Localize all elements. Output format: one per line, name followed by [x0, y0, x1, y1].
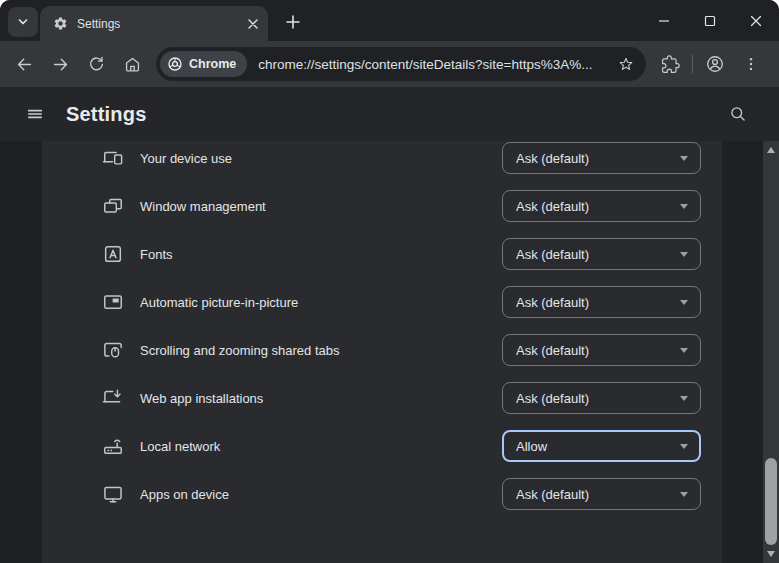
permission-row-automatic-pip: Automatic picture-in-picture Ask (defaul…: [42, 278, 722, 326]
picture-in-picture-icon: [102, 291, 124, 313]
search-icon: [728, 104, 748, 124]
devices-icon: [102, 147, 124, 169]
new-tab-button[interactable]: [280, 9, 306, 35]
home-button[interactable]: [116, 48, 148, 80]
permission-label: Local network: [140, 439, 220, 454]
url-text[interactable]: chrome://settings/content/siteDetails?si…: [258, 57, 612, 72]
local-network-icon: [102, 435, 124, 457]
permission-label: Your device use: [140, 151, 232, 166]
reload-button[interactable]: [80, 48, 112, 80]
permission-label: Scrolling and zooming shared tabs: [140, 343, 339, 358]
browser-tab-settings[interactable]: Settings: [40, 6, 268, 41]
settings-header: Settings: [0, 87, 779, 141]
window-controls: [641, 0, 779, 41]
dropdown-caret-icon: [680, 396, 688, 401]
permission-label: Apps on device: [140, 487, 229, 502]
apps-on-device-icon: [102, 483, 124, 505]
permission-label: Automatic picture-in-picture: [140, 295, 298, 310]
scrollbar-down-arrow-icon[interactable]: [767, 551, 775, 557]
shared-tabs-icon: [102, 339, 124, 361]
forward-button[interactable]: [44, 48, 76, 80]
tab-close-button[interactable]: [244, 15, 262, 33]
extensions-button[interactable]: [654, 48, 686, 80]
dropdown-value: Ask (default): [516, 151, 680, 166]
profile-button[interactable]: [699, 48, 731, 80]
dropdown-value: Allow: [516, 439, 680, 454]
vertical-scrollbar[interactable]: [763, 141, 779, 563]
dropdown-caret-icon: [680, 204, 688, 209]
gear-icon: [53, 16, 68, 31]
back-button[interactable]: [8, 48, 40, 80]
close-icon: [750, 15, 762, 27]
permission-row-local-network: Local network Allow: [42, 422, 722, 470]
maximize-button[interactable]: [687, 0, 733, 41]
close-window-button[interactable]: [733, 0, 779, 41]
web-app-install-icon: [102, 387, 124, 409]
permission-label: Window management: [140, 199, 266, 214]
permission-row-web-app-installations: Web app installations Ask (default): [42, 374, 722, 422]
plus-icon: [285, 14, 301, 30]
minimize-button[interactable]: [641, 0, 687, 41]
permission-label: Web app installations: [140, 391, 263, 406]
site-info-chip[interactable]: Chrome: [160, 51, 247, 77]
home-icon: [123, 55, 142, 74]
permission-dropdown-apps-on-device[interactable]: Ask (default): [502, 478, 701, 510]
browser-menu-button[interactable]: [735, 48, 767, 80]
reload-icon: [87, 55, 106, 74]
dropdown-value: Ask (default): [516, 199, 680, 214]
chrome-logo-icon: [167, 56, 183, 72]
dropdown-caret-icon: [680, 300, 688, 305]
star-icon: [617, 55, 635, 73]
permission-row-fonts: Fonts Ask (default): [42, 230, 722, 278]
hamburger-icon: [25, 104, 45, 124]
permission-row-shared-tabs: Scrolling and zooming shared tabs Ask (d…: [42, 326, 722, 374]
fonts-icon: [102, 243, 124, 265]
dropdown-value: Ask (default): [516, 343, 680, 358]
extensions-puzzle-icon: [661, 55, 680, 74]
bookmark-button[interactable]: [612, 50, 640, 78]
dropdown-value: Ask (default): [516, 487, 680, 502]
settings-search-button[interactable]: [719, 95, 757, 133]
browser-window: Settings: [0, 0, 779, 563]
permission-row-window-management: Window management Ask (default): [42, 182, 722, 230]
settings-content: Your device use Ask (default) Window man…: [0, 141, 779, 563]
permission-dropdown-local-network[interactable]: Allow: [502, 430, 701, 462]
permission-row-apps-on-device: Apps on device Ask (default): [42, 470, 722, 518]
permission-dropdown-shared-tabs[interactable]: Ask (default): [502, 334, 701, 366]
toolbar-separator: [692, 55, 693, 73]
tab-title: Settings: [77, 17, 244, 31]
settings-menu-button[interactable]: [16, 95, 54, 133]
dropdown-caret-icon: [680, 156, 688, 161]
scrollbar-thumb[interactable]: [765, 458, 777, 545]
maximize-icon: [704, 15, 716, 27]
profile-icon: [705, 54, 725, 74]
scrollbar-up-arrow-icon[interactable]: [767, 147, 775, 153]
dropdown-caret-icon: [680, 444, 688, 449]
forward-arrow-icon: [51, 55, 70, 74]
dropdown-caret-icon: [680, 492, 688, 497]
tab-search-button[interactable]: [8, 7, 38, 37]
dropdown-value: Ask (default): [516, 247, 680, 262]
address-bar[interactable]: Chrome chrome://settings/content/siteDet…: [156, 47, 646, 81]
permission-dropdown-window-management[interactable]: Ask (default): [502, 190, 701, 222]
window-management-icon: [102, 195, 124, 217]
dropdown-caret-icon: [680, 252, 688, 257]
back-arrow-icon: [15, 55, 34, 74]
permission-dropdown-web-app-installations[interactable]: Ask (default): [502, 382, 701, 414]
titlebar: Settings: [0, 0, 779, 41]
site-details-card: Your device use Ask (default) Window man…: [42, 141, 722, 563]
permission-label: Fonts: [140, 247, 173, 262]
chevron-down-icon: [16, 15, 30, 29]
minimize-icon: [658, 15, 670, 27]
permission-dropdown-fonts[interactable]: Ask (default): [502, 238, 701, 270]
dropdown-value: Ask (default): [516, 295, 680, 310]
dropdown-caret-icon: [680, 348, 688, 353]
permission-dropdown-your-device-use[interactable]: Ask (default): [502, 142, 701, 174]
kebab-menu-icon: [742, 55, 760, 73]
permission-dropdown-automatic-pip[interactable]: Ask (default): [502, 286, 701, 318]
page-title: Settings: [66, 103, 147, 126]
site-info-chip-label: Chrome: [189, 57, 236, 71]
permission-row-your-device-use: Your device use Ask (default): [42, 141, 722, 182]
dropdown-value: Ask (default): [516, 391, 680, 406]
browser-toolbar: Chrome chrome://settings/content/siteDet…: [0, 41, 779, 87]
